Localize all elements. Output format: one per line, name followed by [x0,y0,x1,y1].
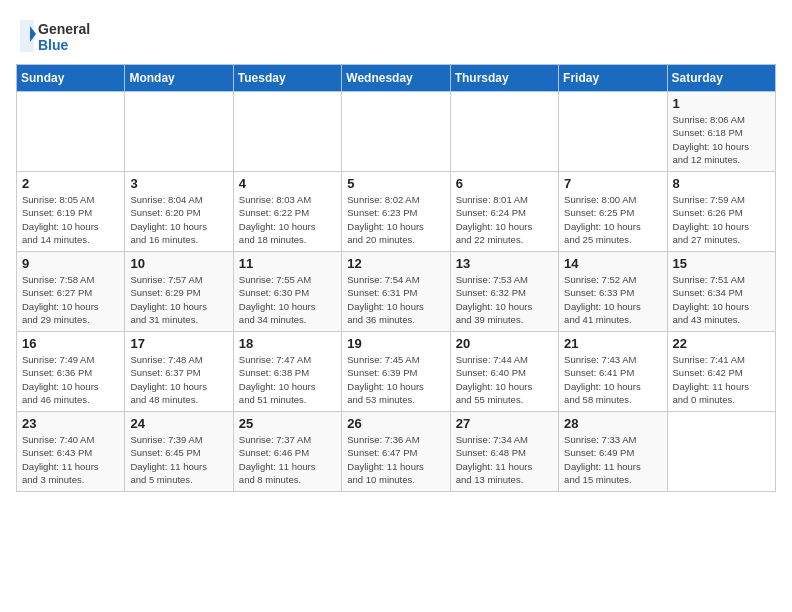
day-info: Sunrise: 8:01 AM Sunset: 6:24 PM Dayligh… [456,193,553,246]
day-info: Sunrise: 7:51 AM Sunset: 6:34 PM Dayligh… [673,273,770,326]
day-number: 15 [673,256,770,271]
day-number: 28 [564,416,661,431]
day-number: 9 [22,256,119,271]
day-info: Sunrise: 7:54 AM Sunset: 6:31 PM Dayligh… [347,273,444,326]
logo-icon: GeneralBlue [16,16,96,56]
day-number: 23 [22,416,119,431]
calendar-cell: 27Sunrise: 7:34 AM Sunset: 6:48 PM Dayli… [450,412,558,492]
header-monday: Monday [125,65,233,92]
day-info: Sunrise: 7:52 AM Sunset: 6:33 PM Dayligh… [564,273,661,326]
header-area: GeneralBlue [16,16,776,56]
calendar-cell: 14Sunrise: 7:52 AM Sunset: 6:33 PM Dayli… [559,252,667,332]
day-info: Sunrise: 7:49 AM Sunset: 6:36 PM Dayligh… [22,353,119,406]
day-number: 26 [347,416,444,431]
calendar-cell: 26Sunrise: 7:36 AM Sunset: 6:47 PM Dayli… [342,412,450,492]
calendar-cell: 5Sunrise: 8:02 AM Sunset: 6:23 PM Daylig… [342,172,450,252]
week-row-5: 23Sunrise: 7:40 AM Sunset: 6:43 PM Dayli… [17,412,776,492]
calendar-header-row: SundayMondayTuesdayWednesdayThursdayFrid… [17,65,776,92]
day-info: Sunrise: 7:47 AM Sunset: 6:38 PM Dayligh… [239,353,336,406]
calendar-cell: 9Sunrise: 7:58 AM Sunset: 6:27 PM Daylig… [17,252,125,332]
calendar-cell: 10Sunrise: 7:57 AM Sunset: 6:29 PM Dayli… [125,252,233,332]
calendar-cell: 18Sunrise: 7:47 AM Sunset: 6:38 PM Dayli… [233,332,341,412]
day-number: 12 [347,256,444,271]
day-info: Sunrise: 7:58 AM Sunset: 6:27 PM Dayligh… [22,273,119,326]
day-number: 7 [564,176,661,191]
day-info: Sunrise: 7:36 AM Sunset: 6:47 PM Dayligh… [347,433,444,486]
day-number: 21 [564,336,661,351]
day-number: 20 [456,336,553,351]
calendar-cell [450,92,558,172]
calendar-cell: 24Sunrise: 7:39 AM Sunset: 6:45 PM Dayli… [125,412,233,492]
day-info: Sunrise: 7:40 AM Sunset: 6:43 PM Dayligh… [22,433,119,486]
day-info: Sunrise: 8:02 AM Sunset: 6:23 PM Dayligh… [347,193,444,246]
calendar-cell: 16Sunrise: 7:49 AM Sunset: 6:36 PM Dayli… [17,332,125,412]
day-info: Sunrise: 7:33 AM Sunset: 6:49 PM Dayligh… [564,433,661,486]
day-number: 6 [456,176,553,191]
header-friday: Friday [559,65,667,92]
header-tuesday: Tuesday [233,65,341,92]
day-number: 16 [22,336,119,351]
calendar-cell: 28Sunrise: 7:33 AM Sunset: 6:49 PM Dayli… [559,412,667,492]
calendar-cell: 21Sunrise: 7:43 AM Sunset: 6:41 PM Dayli… [559,332,667,412]
day-number: 2 [22,176,119,191]
calendar-cell [342,92,450,172]
calendar-cell: 7Sunrise: 8:00 AM Sunset: 6:25 PM Daylig… [559,172,667,252]
day-number: 24 [130,416,227,431]
header-thursday: Thursday [450,65,558,92]
day-number: 27 [456,416,553,431]
day-info: Sunrise: 7:39 AM Sunset: 6:45 PM Dayligh… [130,433,227,486]
day-info: Sunrise: 7:53 AM Sunset: 6:32 PM Dayligh… [456,273,553,326]
calendar-cell: 6Sunrise: 8:01 AM Sunset: 6:24 PM Daylig… [450,172,558,252]
header-wednesday: Wednesday [342,65,450,92]
calendar-cell: 4Sunrise: 8:03 AM Sunset: 6:22 PM Daylig… [233,172,341,252]
day-number: 4 [239,176,336,191]
day-info: Sunrise: 7:59 AM Sunset: 6:26 PM Dayligh… [673,193,770,246]
header-sunday: Sunday [17,65,125,92]
day-info: Sunrise: 7:37 AM Sunset: 6:46 PM Dayligh… [239,433,336,486]
calendar-cell: 8Sunrise: 7:59 AM Sunset: 6:26 PM Daylig… [667,172,775,252]
day-info: Sunrise: 8:03 AM Sunset: 6:22 PM Dayligh… [239,193,336,246]
calendar-cell: 19Sunrise: 7:45 AM Sunset: 6:39 PM Dayli… [342,332,450,412]
day-info: Sunrise: 7:55 AM Sunset: 6:30 PM Dayligh… [239,273,336,326]
day-info: Sunrise: 8:00 AM Sunset: 6:25 PM Dayligh… [564,193,661,246]
calendar-cell: 25Sunrise: 7:37 AM Sunset: 6:46 PM Dayli… [233,412,341,492]
week-row-2: 2Sunrise: 8:05 AM Sunset: 6:19 PM Daylig… [17,172,776,252]
day-info: Sunrise: 7:48 AM Sunset: 6:37 PM Dayligh… [130,353,227,406]
calendar-cell: 22Sunrise: 7:41 AM Sunset: 6:42 PM Dayli… [667,332,775,412]
calendar-cell [125,92,233,172]
week-row-1: 1Sunrise: 8:06 AM Sunset: 6:18 PM Daylig… [17,92,776,172]
calendar-cell: 15Sunrise: 7:51 AM Sunset: 6:34 PM Dayli… [667,252,775,332]
day-number: 14 [564,256,661,271]
day-number: 8 [673,176,770,191]
week-row-4: 16Sunrise: 7:49 AM Sunset: 6:36 PM Dayli… [17,332,776,412]
day-info: Sunrise: 8:04 AM Sunset: 6:20 PM Dayligh… [130,193,227,246]
day-number: 10 [130,256,227,271]
header-saturday: Saturday [667,65,775,92]
calendar-cell: 3Sunrise: 8:04 AM Sunset: 6:20 PM Daylig… [125,172,233,252]
day-number: 1 [673,96,770,111]
day-number: 19 [347,336,444,351]
calendar-cell: 1Sunrise: 8:06 AM Sunset: 6:18 PM Daylig… [667,92,775,172]
day-number: 25 [239,416,336,431]
calendar-cell: 12Sunrise: 7:54 AM Sunset: 6:31 PM Dayli… [342,252,450,332]
calendar-cell [233,92,341,172]
calendar-cell [667,412,775,492]
day-number: 11 [239,256,336,271]
day-number: 22 [673,336,770,351]
calendar-cell: 13Sunrise: 7:53 AM Sunset: 6:32 PM Dayli… [450,252,558,332]
day-info: Sunrise: 7:34 AM Sunset: 6:48 PM Dayligh… [456,433,553,486]
calendar-cell [559,92,667,172]
week-row-3: 9Sunrise: 7:58 AM Sunset: 6:27 PM Daylig… [17,252,776,332]
day-info: Sunrise: 8:06 AM Sunset: 6:18 PM Dayligh… [673,113,770,166]
svg-text:Blue: Blue [38,37,69,53]
logo: GeneralBlue [16,16,96,56]
calendar-table: SundayMondayTuesdayWednesdayThursdayFrid… [16,64,776,492]
day-info: Sunrise: 7:57 AM Sunset: 6:29 PM Dayligh… [130,273,227,326]
calendar-cell: 11Sunrise: 7:55 AM Sunset: 6:30 PM Dayli… [233,252,341,332]
day-number: 18 [239,336,336,351]
day-info: Sunrise: 7:45 AM Sunset: 6:39 PM Dayligh… [347,353,444,406]
day-info: Sunrise: 7:41 AM Sunset: 6:42 PM Dayligh… [673,353,770,406]
day-info: Sunrise: 8:05 AM Sunset: 6:19 PM Dayligh… [22,193,119,246]
calendar-cell: 23Sunrise: 7:40 AM Sunset: 6:43 PM Dayli… [17,412,125,492]
day-number: 5 [347,176,444,191]
